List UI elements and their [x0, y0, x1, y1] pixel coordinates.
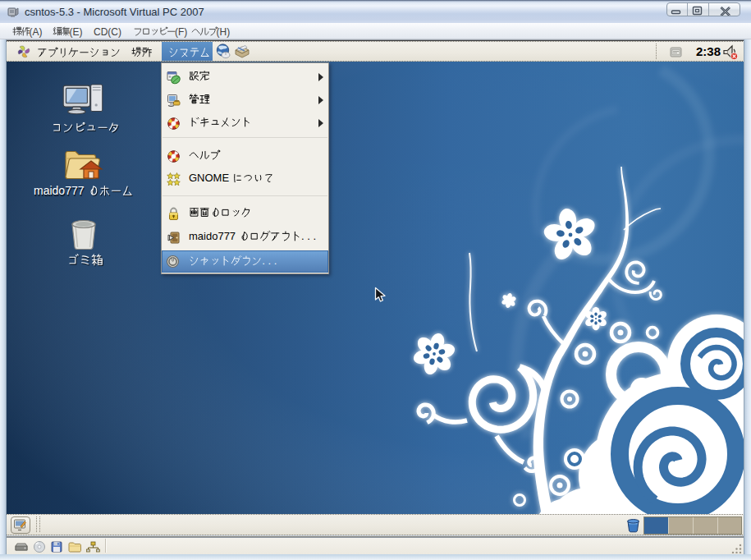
svg-text:CD(C): CD(C): [94, 26, 121, 38]
svg-text:. . .: . . .: [262, 255, 277, 267]
svg-text:maido777: maido777: [189, 230, 236, 242]
svg-text:(A): (A): [29, 26, 42, 38]
svg-text:(H): (H): [217, 26, 231, 38]
svg-text:maido777: maido777: [34, 184, 85, 197]
svg-text:(F): (F): [175, 26, 187, 38]
svg-text:(E): (E): [69, 26, 82, 38]
svg-text:2:38: 2:38: [696, 44, 721, 58]
svg-text:GNOME: GNOME: [189, 172, 229, 184]
svg-text:. . .: . . .: [301, 230, 316, 242]
